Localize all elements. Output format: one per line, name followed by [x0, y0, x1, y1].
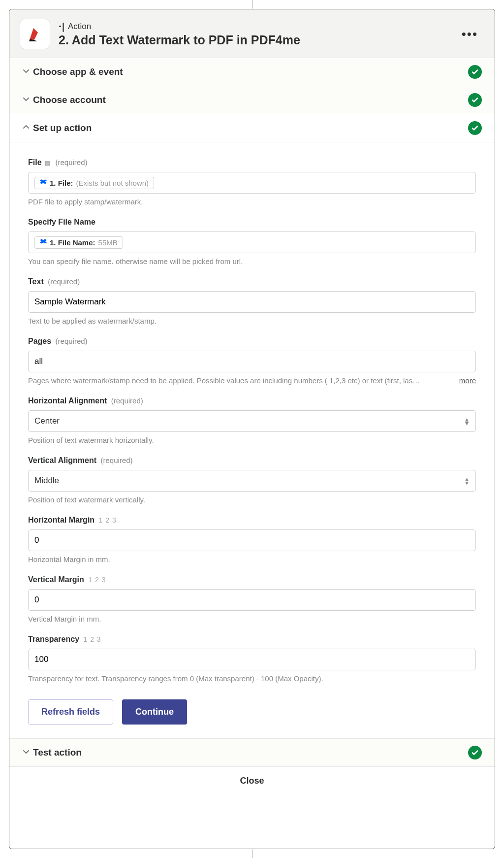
chevron-down-icon — [22, 67, 33, 77]
check-icon — [468, 746, 482, 759]
required-tag: (required) — [48, 277, 80, 286]
field-label: Text (required) — [28, 277, 476, 286]
label-text: File — [28, 158, 42, 166]
helper-text: Vertical Margin in mm. — [28, 615, 476, 623]
helper-content: Pages where watermark/stamp need to be a… — [28, 376, 420, 385]
select-caret-icon: ▴▾ — [465, 477, 469, 485]
kicker-label: Action — [68, 22, 91, 32]
field-label: Specify File Name — [28, 218, 476, 227]
halign-select[interactable]: Center ▴▾ — [28, 410, 476, 432]
label-text: Pages — [28, 337, 51, 345]
select-value: Middle — [34, 476, 59, 486]
check-icon — [468, 65, 482, 79]
numeric-hint: 1 2 3 — [99, 516, 117, 524]
pages-input[interactable] — [28, 351, 476, 372]
helper-text: Position of text watermark horizontally. — [28, 436, 476, 444]
more-actions-button[interactable]: ••• — [458, 25, 482, 44]
file-input[interactable]: 1. File: (Exists but not shown) — [28, 172, 476, 194]
action-card: ··❘ Action 2. Add Text Watermark to PDF … — [9, 9, 495, 849]
helper-text: You can specify file name. otherwise nam… — [28, 257, 476, 265]
required-tag: (required) — [56, 337, 88, 345]
form-body: File ▤ (required) 1. File: (Exists but n… — [9, 142, 495, 738]
field-file: File ▤ (required) 1. File: (Exists but n… — [28, 158, 476, 206]
check-icon — [468, 93, 482, 107]
label-text: Horizontal Margin — [28, 516, 94, 524]
section-test-action[interactable]: Test action — [9, 738, 495, 767]
required-tag: (required) — [55, 158, 87, 166]
section-label: Choose app & event — [33, 66, 468, 77]
field-vmargin: Vertical Margin 1 2 3 Vertical Margin in… — [28, 575, 476, 623]
card-header: ··❘ Action 2. Add Text Watermark to PDF … — [9, 9, 495, 58]
numeric-hint: 1 2 3 — [88, 576, 106, 584]
chevron-up-icon — [22, 123, 33, 133]
label-text: Text — [28, 277, 44, 286]
action-row: Refresh fields Continue — [28, 699, 476, 725]
close-button[interactable]: Close — [9, 767, 495, 795]
pill-value: 55MB — [98, 238, 118, 247]
field-label: Pages (required) — [28, 337, 476, 346]
hmargin-input[interactable] — [28, 529, 476, 551]
hmargin-value[interactable] — [34, 535, 470, 545]
vmargin-value[interactable] — [34, 595, 470, 605]
helper-text: Transparency for text. Transparency rang… — [28, 674, 476, 683]
label-text: Transparency — [28, 635, 79, 643]
field-halign: Horizontal Alignment (required) Center ▴… — [28, 396, 476, 444]
field-label: Horizontal Margin 1 2 3 — [28, 516, 476, 525]
text-value[interactable] — [34, 297, 470, 307]
mapped-value-pill[interactable]: 1. File: (Exists but not shown) — [34, 177, 154, 189]
section-label: Set up action — [33, 123, 468, 133]
section-choose-app[interactable]: Choose app & event — [9, 58, 495, 86]
text-input[interactable] — [28, 291, 476, 313]
flow-connector-top — [252, 0, 253, 9]
action-glyph-icon: ··❘ — [59, 21, 65, 32]
filename-input[interactable]: 1. File Name: 55MB — [28, 231, 476, 253]
helper-text: Position of text watermark vertically. — [28, 495, 476, 504]
field-label: Transparency 1 2 3 — [28, 635, 476, 644]
label-text: Vertical Alignment — [28, 456, 96, 464]
label-text: Specify File Name — [28, 218, 95, 226]
valign-select[interactable]: Middle ▴▾ — [28, 470, 476, 492]
numeric-hint: 1 2 3 — [84, 635, 101, 643]
continue-button[interactable]: Continue — [122, 699, 187, 725]
svg-marker-0 — [30, 28, 38, 40]
transparency-input[interactable] — [28, 649, 476, 670]
label-text: Vertical Margin — [28, 575, 84, 584]
select-caret-icon: ▴▾ — [465, 417, 469, 425]
helper-text: PDF file to apply stamp/watermark. — [28, 198, 476, 206]
section-label: Choose account — [33, 95, 468, 105]
required-tag: (required) — [100, 456, 132, 464]
check-icon — [468, 121, 482, 135]
chevron-down-icon — [22, 748, 33, 758]
field-filename: Specify File Name 1. File Name: 55MB You… — [28, 218, 476, 265]
label-text: Horizontal Alignment — [28, 396, 107, 405]
pill-prefix: 1. File Name: — [50, 238, 95, 247]
pages-value[interactable] — [34, 357, 470, 366]
required-tag: (required) — [111, 396, 143, 405]
pill-value: (Exists but not shown) — [76, 179, 149, 187]
field-label: Vertical Margin 1 2 3 — [28, 575, 476, 584]
section-setup-action[interactable]: Set up action — [9, 114, 495, 142]
more-link[interactable]: more — [459, 376, 476, 385]
field-transparency: Transparency 1 2 3 Transparency for text… — [28, 635, 476, 683]
pill-prefix: 1. File: — [50, 179, 73, 187]
field-hmargin: Horizontal Margin 1 2 3 Horizontal Margi… — [28, 516, 476, 563]
helper-text: Horizontal Margin in mm. — [28, 555, 476, 563]
dropbox-icon — [40, 179, 47, 187]
app-icon — [20, 19, 50, 49]
header-kicker: ··❘ Action — [59, 21, 458, 32]
transparency-value[interactable] — [34, 655, 470, 664]
file-type-icon: ▤ — [45, 160, 50, 166]
flow-connector-bottom — [252, 849, 253, 858]
helper-text: Text to be applied as watermark/stamp. — [28, 317, 476, 325]
section-choose-account[interactable]: Choose account — [9, 86, 495, 114]
refresh-fields-button[interactable]: Refresh fields — [28, 699, 113, 725]
select-value: Center — [34, 416, 60, 426]
vmargin-input[interactable] — [28, 589, 476, 611]
field-label: File ▤ (required) — [28, 158, 476, 167]
mapped-value-pill[interactable]: 1. File Name: 55MB — [34, 236, 123, 249]
field-label: Vertical Alignment (required) — [28, 456, 476, 465]
field-label: Horizontal Alignment (required) — [28, 396, 476, 405]
field-text: Text (required) Text to be applied as wa… — [28, 277, 476, 325]
dropbox-icon — [40, 238, 47, 246]
page-title: 2. Add Text Watermark to PDF in PDF4me — [59, 33, 458, 47]
